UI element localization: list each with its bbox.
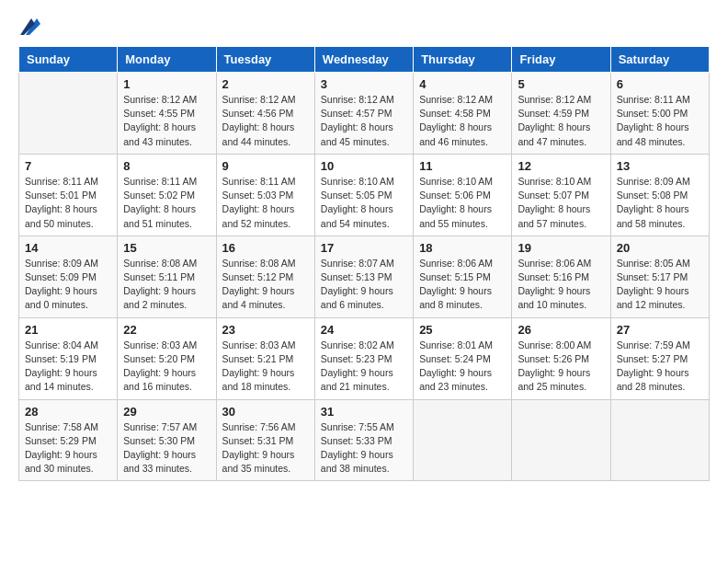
daylight-text: Daylight: 8 hours and 50 minutes. xyxy=(25,203,97,228)
calendar-cell: 23 Sunrise: 8:03 AM Sunset: 5:21 PM Dayl… xyxy=(216,317,314,399)
daylight-text: Daylight: 9 hours and 12 minutes. xyxy=(617,285,689,310)
sunset-text: Sunset: 5:19 PM xyxy=(25,353,97,364)
daylight-text: Daylight: 9 hours and 33 minutes. xyxy=(123,449,196,474)
calendar-header-row: SundayMondayTuesdayWednesdayThursdayFrid… xyxy=(19,47,710,73)
calendar-cell: 2 Sunrise: 8:12 AM Sunset: 4:56 PM Dayli… xyxy=(216,73,314,155)
daylight-text: Daylight: 8 hours and 57 minutes. xyxy=(518,203,590,228)
day-number: 24 xyxy=(321,323,407,337)
sunset-text: Sunset: 5:06 PM xyxy=(419,190,491,201)
day-info: Sunrise: 8:03 AM Sunset: 5:20 PM Dayligh… xyxy=(123,339,210,395)
sunrise-text: Sunrise: 8:12 AM xyxy=(518,94,591,105)
day-info: Sunrise: 8:12 AM Sunset: 4:55 PM Dayligh… xyxy=(123,93,210,149)
calendar-cell: 24 Sunrise: 8:02 AM Sunset: 5:23 PM Dayl… xyxy=(314,317,413,399)
daylight-text: Daylight: 9 hours and 4 minutes. xyxy=(222,285,295,310)
sunset-text: Sunset: 5:11 PM xyxy=(123,271,195,282)
day-info: Sunrise: 7:57 AM Sunset: 5:30 PM Dayligh… xyxy=(123,420,210,477)
sunset-text: Sunset: 5:27 PM xyxy=(617,353,688,364)
sunrise-text: Sunrise: 7:58 AM xyxy=(25,421,98,432)
sunrise-text: Sunrise: 8:12 AM xyxy=(222,94,296,105)
day-number: 31 xyxy=(321,405,407,419)
calendar-cell xyxy=(610,399,709,481)
day-info: Sunrise: 8:12 AM Sunset: 4:56 PM Dayligh… xyxy=(222,93,309,149)
daylight-text: Daylight: 8 hours and 58 minutes. xyxy=(617,203,689,228)
calendar-cell: 19 Sunrise: 8:06 AM Sunset: 5:16 PM Dayl… xyxy=(512,236,610,317)
daylight-text: Daylight: 9 hours and 2 minutes. xyxy=(123,285,196,310)
weekday-header: Sunday xyxy=(19,47,118,73)
day-number: 18 xyxy=(419,241,506,255)
day-info: Sunrise: 7:59 AM Sunset: 5:27 PM Dayligh… xyxy=(617,339,703,395)
sunrise-text: Sunrise: 8:08 AM xyxy=(222,258,296,269)
day-info: Sunrise: 8:06 AM Sunset: 5:15 PM Dayligh… xyxy=(419,257,506,313)
day-number: 1 xyxy=(123,77,210,91)
sunset-text: Sunset: 5:20 PM xyxy=(123,353,195,364)
weekday-header: Wednesday xyxy=(314,47,413,73)
sunrise-text: Sunrise: 8:11 AM xyxy=(222,176,296,187)
calendar-cell: 29 Sunrise: 7:57 AM Sunset: 5:30 PM Dayl… xyxy=(118,399,216,481)
daylight-text: Daylight: 8 hours and 48 minutes. xyxy=(617,121,689,146)
sunset-text: Sunset: 5:12 PM xyxy=(222,271,294,282)
daylight-text: Daylight: 9 hours and 14 minutes. xyxy=(25,367,97,392)
calendar-cell: 27 Sunrise: 7:59 AM Sunset: 5:27 PM Dayl… xyxy=(610,317,709,399)
calendar-cell: 20 Sunrise: 8:05 AM Sunset: 5:17 PM Dayl… xyxy=(610,236,709,317)
day-info: Sunrise: 8:02 AM Sunset: 5:23 PM Dayligh… xyxy=(321,339,407,395)
sunrise-text: Sunrise: 8:00 AM xyxy=(518,339,591,350)
calendar-table: SundayMondayTuesdayWednesdayThursdayFrid… xyxy=(18,46,710,481)
day-info: Sunrise: 8:04 AM Sunset: 5:19 PM Dayligh… xyxy=(25,339,111,395)
sunset-text: Sunset: 5:13 PM xyxy=(321,271,392,282)
day-info: Sunrise: 8:10 AM Sunset: 5:05 PM Dayligh… xyxy=(321,175,407,231)
daylight-text: Daylight: 9 hours and 0 minutes. xyxy=(25,285,97,310)
day-number: 2 xyxy=(222,77,309,91)
weekday-header: Tuesday xyxy=(216,47,314,73)
day-number: 22 xyxy=(123,323,210,337)
sunrise-text: Sunrise: 8:11 AM xyxy=(123,176,197,187)
weekday-header: Thursday xyxy=(414,47,512,73)
calendar-cell: 12 Sunrise: 8:10 AM Sunset: 5:07 PM Dayl… xyxy=(512,154,610,236)
day-number: 13 xyxy=(617,159,703,173)
day-info: Sunrise: 8:08 AM Sunset: 5:11 PM Dayligh… xyxy=(123,257,210,313)
calendar-week-row: 14 Sunrise: 8:09 AM Sunset: 5:09 PM Dayl… xyxy=(19,236,710,317)
logo xyxy=(18,18,40,31)
sunset-text: Sunset: 4:56 PM xyxy=(222,108,294,119)
day-number: 9 xyxy=(222,159,309,173)
day-info: Sunrise: 8:07 AM Sunset: 5:13 PM Dayligh… xyxy=(321,257,407,313)
calendar-cell: 3 Sunrise: 8:12 AM Sunset: 4:57 PM Dayli… xyxy=(314,73,413,155)
day-info: Sunrise: 8:03 AM Sunset: 5:21 PM Dayligh… xyxy=(222,339,309,395)
calendar-cell: 26 Sunrise: 8:00 AM Sunset: 5:26 PM Dayl… xyxy=(512,317,610,399)
sunrise-text: Sunrise: 7:59 AM xyxy=(617,339,690,350)
sunrise-text: Sunrise: 7:57 AM xyxy=(123,421,197,432)
sunset-text: Sunset: 4:58 PM xyxy=(419,108,491,119)
sunrise-text: Sunrise: 8:09 AM xyxy=(25,258,98,269)
sunset-text: Sunset: 5:31 PM xyxy=(222,435,294,446)
daylight-text: Daylight: 9 hours and 30 minutes. xyxy=(25,449,97,474)
day-info: Sunrise: 7:55 AM Sunset: 5:33 PM Dayligh… xyxy=(321,420,407,477)
day-number: 26 xyxy=(518,323,604,337)
day-number: 8 xyxy=(123,159,210,173)
sunrise-text: Sunrise: 8:10 AM xyxy=(419,176,493,187)
sunrise-text: Sunrise: 8:01 AM xyxy=(419,339,493,350)
day-number: 17 xyxy=(321,241,407,255)
calendar-cell: 31 Sunrise: 7:55 AM Sunset: 5:33 PM Dayl… xyxy=(314,399,413,481)
day-info: Sunrise: 8:12 AM Sunset: 4:58 PM Dayligh… xyxy=(419,93,506,149)
day-info: Sunrise: 8:12 AM Sunset: 4:59 PM Dayligh… xyxy=(518,93,604,149)
daylight-text: Daylight: 8 hours and 55 minutes. xyxy=(419,203,492,228)
daylight-text: Daylight: 8 hours and 46 minutes. xyxy=(419,121,492,146)
sunset-text: Sunset: 4:55 PM xyxy=(123,108,195,119)
daylight-text: Daylight: 8 hours and 45 minutes. xyxy=(321,121,393,146)
sunset-text: Sunset: 5:30 PM xyxy=(123,435,195,446)
daylight-text: Daylight: 9 hours and 6 minutes. xyxy=(321,285,393,310)
sunrise-text: Sunrise: 8:10 AM xyxy=(321,176,394,187)
sunrise-text: Sunrise: 8:03 AM xyxy=(123,339,197,350)
day-number: 20 xyxy=(617,241,703,255)
calendar-cell: 25 Sunrise: 8:01 AM Sunset: 5:24 PM Dayl… xyxy=(414,317,512,399)
day-info: Sunrise: 8:01 AM Sunset: 5:24 PM Dayligh… xyxy=(419,339,506,395)
daylight-text: Daylight: 9 hours and 8 minutes. xyxy=(419,285,492,310)
sunrise-text: Sunrise: 8:12 AM xyxy=(123,94,197,105)
sunset-text: Sunset: 5:17 PM xyxy=(617,271,688,282)
calendar-cell: 5 Sunrise: 8:12 AM Sunset: 4:59 PM Dayli… xyxy=(512,73,610,155)
day-number: 28 xyxy=(25,405,111,419)
calendar-cell: 18 Sunrise: 8:06 AM Sunset: 5:15 PM Dayl… xyxy=(414,236,512,317)
sunset-text: Sunset: 5:02 PM xyxy=(123,190,195,201)
sunrise-text: Sunrise: 8:06 AM xyxy=(419,258,493,269)
day-info: Sunrise: 8:09 AM Sunset: 5:08 PM Dayligh… xyxy=(617,175,703,231)
day-number: 30 xyxy=(222,405,309,419)
